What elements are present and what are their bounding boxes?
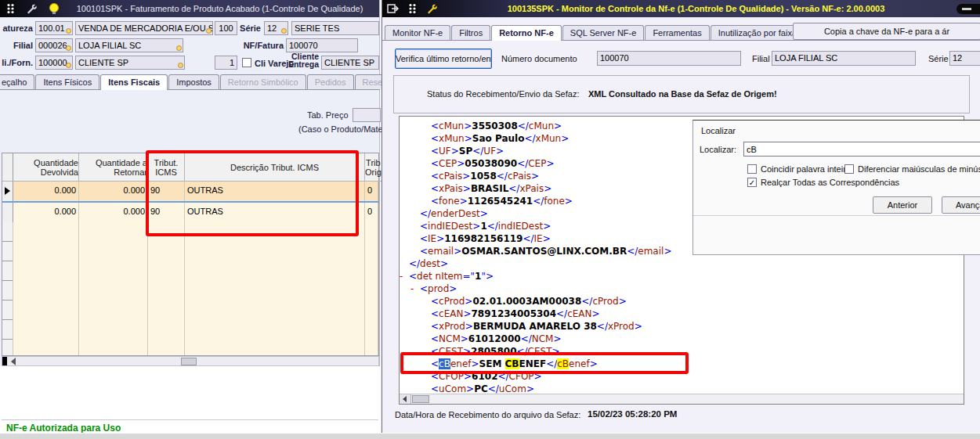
- match-case-option[interactable]: Diferenciar maiúsculas de minúscula: [844, 164, 980, 174]
- highlight-all-label: Realçar Todas as Correspondências: [761, 178, 899, 187]
- cell-qtd-devolvida: 0.000: [13, 203, 79, 222]
- scrollbar-thumb[interactable]: [181, 358, 197, 365]
- serie-field[interactable]: 12: [949, 51, 980, 66]
- tab-retorno-simbolico: Retorno Simbólico: [220, 74, 306, 89]
- tab-itens-fisicos[interactable]: Itens Físicos: [35, 74, 99, 89]
- scroll-left-arrow-icon[interactable]: [11, 358, 16, 365]
- minimize-button[interactable]: [956, 4, 980, 14]
- avancar-button[interactable]: Avançar: [942, 196, 980, 214]
- dialog-title: Localizar: [701, 126, 736, 135]
- sefaz-status-value: XML Consultado na Base da Sefaz de Orige…: [588, 89, 777, 99]
- nfe-status-text: NF-e Autorizada para Uso: [6, 423, 121, 434]
- tab-filtros[interactable]: Filtros: [451, 25, 490, 40]
- wrench-icon: [426, 3, 439, 15]
- grid-selector-header: [2, 153, 13, 182]
- left-titlebar: 100101SPK - Faturamento de Produto Acaba…: [0, 0, 379, 17]
- left-window-title: 100101SPK - Faturamento de Produto Acaba…: [60, 4, 379, 13]
- cell-trib-orig: 0: [365, 203, 378, 222]
- localizar-dialog: Localizar Localizar: Coincidir palavra i…: [693, 120, 980, 255]
- sefaz-status-label: Status do Recebimento/Envio da Sefaz:: [427, 89, 579, 99]
- copy-nfe-key-button[interactable]: Copia a chave da NF-e para a ár: [793, 23, 980, 40]
- whole-word-checkbox[interactable]: [747, 164, 757, 174]
- nf-fatura-label: NF/Fatura: [237, 41, 284, 50]
- cell-trib-orig: 0: [365, 182, 378, 201]
- natureza-code-field[interactable]: 100.01: [35, 21, 73, 35]
- cell-descricao: OUTRAS: [185, 182, 365, 201]
- tab-pedidos: Pedidos: [307, 74, 354, 89]
- window-monitor-nfe: 100135SPK - Monitor de Controle da Nf-e …: [382, 0, 980, 433]
- lightbulb-icon: [48, 2, 60, 15]
- filial-label: Filial: [752, 54, 770, 63]
- highlight-all-checkbox[interactable]: ✓: [747, 178, 757, 187]
- table-row[interactable]: 0.000 0.000 90 OUTRAS 0: [2, 182, 378, 203]
- scrollbar-mark: [2, 357, 7, 365]
- cli-varejo-checkbox[interactable]: [242, 58, 251, 67]
- grid-empty-area: [2, 222, 378, 355]
- tab-retorno-nfe[interactable]: Retorno NF-e: [491, 25, 562, 41]
- tab-preco-label: Tab. Preço: [307, 110, 349, 120]
- col-qtd-devolvida[interactable]: Quantidade Devolvida: [13, 153, 79, 182]
- cell-qtd-retornar: 0.000: [79, 182, 148, 201]
- tab-sql-server-nfe[interactable]: SQL Server NF-e: [562, 25, 645, 40]
- row-selector: [2, 182, 13, 201]
- search-input[interactable]: [743, 142, 980, 157]
- natureza-extra-field[interactable]: 100: [215, 21, 237, 35]
- localizar-field-label: Localizar:: [700, 145, 736, 154]
- cell-trib-icms: 90: [148, 203, 185, 222]
- col-trib-orig[interactable]: Trib Orig: [365, 153, 382, 182]
- col-descricao-trib-icms[interactable]: Descrição Tribut. ICMS: [185, 153, 365, 182]
- nf-fatura-field[interactable]: 100070: [286, 38, 358, 52]
- tab-preco-note: (Caso o Produto/Materi: [298, 124, 388, 134]
- cell-qtd-retornar: 0.000: [79, 203, 148, 222]
- col-qtd-retornar[interactable]: Quantidade a Retornar: [79, 153, 148, 182]
- anterior-button[interactable]: Anterior: [873, 196, 932, 214]
- table-row[interactable]: 0.000 0.000 90 OUTRAS 0: [2, 203, 378, 222]
- window-faturamento: 100101SPK - Faturamento de Produto Acaba…: [0, 0, 380, 433]
- grid-horizontal-scrollbar[interactable]: [2, 356, 379, 366]
- highlight-all-option[interactable]: ✓ Realçar Todas as Correspondências: [747, 178, 899, 187]
- export-window-icon: [387, 3, 400, 14]
- cli-extra-field[interactable]: 1: [215, 56, 237, 70]
- tab-ferramentas[interactable]: Ferramentas: [645, 25, 709, 40]
- serie-field[interactable]: 12: [264, 21, 288, 35]
- filial-code-field[interactable]: 000026: [35, 38, 73, 52]
- cell-qtd-devolvida: 0.000: [13, 182, 79, 201]
- serie-label: Série: [928, 54, 949, 63]
- tab-itens-fiscais[interactable]: Itens Fiscais: [100, 74, 168, 90]
- natureza-label: atureza: [0, 23, 33, 33]
- scroll-left-arrow-icon[interactable]: [400, 394, 411, 404]
- numero-documento-field[interactable]: 100070: [597, 51, 741, 66]
- cell-descricao: OUTRAS: [185, 203, 365, 222]
- datahora-label: Data/Hora de Recebimento do arquivo da S…: [395, 410, 580, 419]
- traffic-light-icon: [5, 2, 16, 15]
- cliente-entrega-field[interactable]: CLIENTE SP: [321, 56, 379, 70]
- serie-desc-field[interactable]: SERIE TES: [291, 21, 379, 35]
- scrollbar-thumb[interactable]: [412, 395, 429, 403]
- tab-cabecalho[interactable]: eçalho: [0, 74, 34, 89]
- filial-desc-field[interactable]: LOJA FILIAL SC: [75, 38, 183, 52]
- filial-label: Filial: [0, 41, 33, 50]
- match-case-label: Diferenciar maiúsculas de minúscula: [858, 164, 980, 174]
- natureza-desc-field[interactable]: VENDA DE MERCADORIA E/OU SERVI: [75, 21, 213, 35]
- numero-documento-label: Número documento: [501, 54, 577, 63]
- col-trib-icms[interactable]: Tribut. ICMS: [148, 153, 185, 182]
- serie-label: Série: [235, 23, 261, 33]
- current-row-arrow-icon: [5, 187, 10, 195]
- whole-word-label: Coincidir palavra inteira: [761, 164, 851, 174]
- cell-trib-icms: 90: [148, 182, 185, 201]
- row-selector: [2, 203, 13, 222]
- tab-preco-field-1[interactable]: [353, 108, 381, 122]
- desktop: 100101SPK - Faturamento de Produto Acaba…: [0, 0, 980, 439]
- match-case-checkbox[interactable]: [844, 164, 854, 174]
- tab-monitor-nfe[interactable]: Monitor NF-e: [385, 25, 450, 40]
- tab-inutilizacao-por-faixa[interactable]: Inutilização por faixa: [711, 25, 805, 40]
- filial-field[interactable]: LOJA FILIAL SC: [772, 51, 916, 66]
- sefaz-status-panel: Status do Recebimento/Envio da Sefaz: XM…: [393, 75, 970, 113]
- verify-sefaz-button[interactable]: Verifica último retorno/envio Sefaz: [395, 49, 492, 69]
- xml-horizontal-scrollbar[interactable]: [400, 394, 964, 404]
- cli-forn-desc-field[interactable]: CLIENTE SP: [75, 56, 185, 70]
- cli-forn-code-field[interactable]: 100000: [35, 56, 73, 70]
- whole-word-option[interactable]: Coincidir palavra inteira: [747, 164, 851, 174]
- tab-impostos[interactable]: Impostos: [168, 74, 219, 89]
- grid-header-row: Quantidade Devolvida Quantidade a Retorn…: [2, 153, 378, 182]
